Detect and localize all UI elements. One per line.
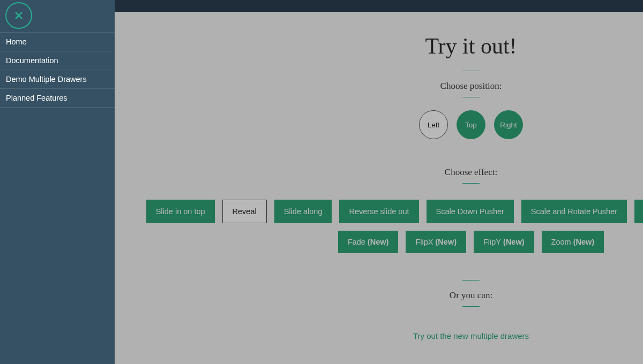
drawer-item-documentation[interactable]: Documentation [0,51,115,70]
drawer-item-demo-multiple-drawers[interactable]: Demo Multiple Drawers [0,70,115,89]
close-drawer-button[interactable] [5,2,32,29]
drawer-item-planned-features[interactable]: Planned Features [0,89,115,108]
close-icon [13,10,25,21]
drawer-nav-list: HomeDocumentationDemo Multiple DrawersPl… [0,32,115,108]
side-drawer: HomeDocumentationDemo Multiple DrawersPl… [0,0,115,364]
drawer-item-home[interactable]: Home [0,33,115,51]
